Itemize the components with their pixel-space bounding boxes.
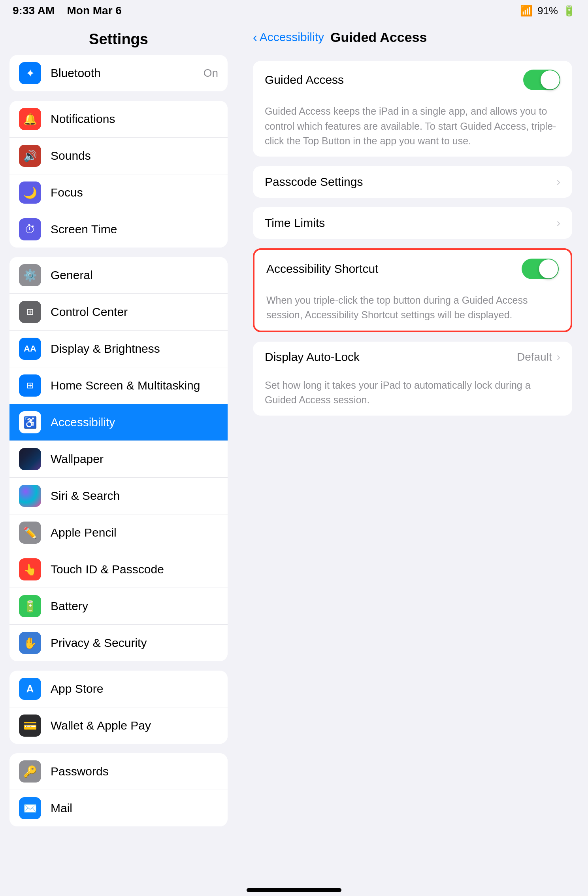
sidebar-item-apple-pencil[interactable]: ✏️ Apple Pencil bbox=[9, 514, 228, 551]
control-center-label: Control Center bbox=[51, 305, 218, 319]
nav-bar: ‹ Accessibility Guided Access bbox=[237, 21, 588, 53]
touch-id-label: Touch ID & Passcode bbox=[51, 563, 218, 576]
display-autolock-label: Display Auto-Lock bbox=[265, 350, 517, 364]
app-store-label: App Store bbox=[51, 682, 218, 696]
passwords-label: Passwords bbox=[51, 765, 218, 778]
sidebar-item-app-store[interactable]: A App Store bbox=[9, 671, 228, 707]
accessibility-shortcut-row[interactable]: Accessibility Shortcut bbox=[254, 250, 571, 288]
toggle-thumb bbox=[541, 70, 560, 89]
touch-id-icon: 👆 bbox=[19, 558, 41, 580]
main-layout: Settings ✦ Bluetooth On 🔔 Notifications … bbox=[0, 21, 588, 880]
accessibility-shortcut-description: When you triple-click the top button dur… bbox=[254, 288, 571, 331]
bluetooth-value: On bbox=[204, 67, 218, 79]
focus-label: Focus bbox=[51, 186, 218, 199]
sidebar-item-focus[interactable]: 🌙 Focus bbox=[9, 174, 228, 211]
accessibility-icon: ♿ bbox=[19, 411, 41, 433]
guided-access-group: Guided Access Guided Access keeps the iP… bbox=[253, 61, 572, 157]
display-autolock-value: Default bbox=[517, 351, 552, 363]
display-autolock-group: Display Auto-Lock Default › Set how long… bbox=[253, 342, 572, 416]
status-date: Mon Mar 6 bbox=[67, 4, 121, 17]
sidebar-title: Settings bbox=[0, 21, 237, 55]
passcode-settings-row[interactable]: Passcode Settings › bbox=[253, 166, 572, 198]
status-bar: 9:33 AM Mon Mar 6 📶 91% 🔋 bbox=[0, 0, 588, 21]
sidebar-item-screen-time[interactable]: ⏱ Screen Time bbox=[9, 211, 228, 248]
status-indicators: 📶 91% 🔋 bbox=[520, 5, 575, 17]
accessibility-shortcut-toggle[interactable] bbox=[522, 259, 559, 279]
guided-access-row[interactable]: Guided Access bbox=[253, 61, 572, 99]
sidebar-item-home-screen[interactable]: ⊞ Home Screen & Multitasking bbox=[9, 367, 228, 404]
chevron-right-icon-3: › bbox=[557, 351, 560, 363]
sidebar-item-display[interactable]: AA Display & Brightness bbox=[9, 331, 228, 367]
home-indicator bbox=[0, 880, 588, 896]
notifications-label: Notifications bbox=[51, 112, 218, 126]
sidebar-item-touch-id[interactable]: 👆 Touch ID & Passcode bbox=[9, 551, 228, 588]
wallet-label: Wallet & Apple Pay bbox=[51, 719, 218, 732]
display-autolock-description: Set how long it takes your iPad to autom… bbox=[253, 373, 572, 416]
display-autolock-row[interactable]: Display Auto-Lock Default › bbox=[253, 342, 572, 373]
sidebar: Settings ✦ Bluetooth On 🔔 Notifications … bbox=[0, 21, 237, 880]
general-group: ⚙️ General ⊞ Control Center AA Display &… bbox=[9, 257, 228, 661]
bluetooth-label: Bluetooth bbox=[51, 66, 204, 80]
sidebar-item-passwords[interactable]: 🔑 Passwords bbox=[9, 753, 228, 790]
mail-icon: ✉️ bbox=[19, 797, 41, 819]
sounds-label: Sounds bbox=[51, 149, 218, 163]
notifications-group: 🔔 Notifications 🔊 Sounds 🌙 Focus ⏱ Scree… bbox=[9, 101, 228, 248]
sidebar-item-wallet[interactable]: 💳 Wallet & Apple Pay bbox=[9, 707, 228, 744]
battery-icon: 🔋 bbox=[563, 5, 575, 17]
apple-pencil-icon: ✏️ bbox=[19, 522, 41, 544]
time-limits-group: Time Limits › bbox=[253, 207, 572, 239]
sidebar-item-wallpaper[interactable]: Wallpaper bbox=[9, 441, 228, 478]
sidebar-item-privacy[interactable]: ✋ Privacy & Security bbox=[9, 625, 228, 661]
guided-access-description: Guided Access keeps the iPad in a single… bbox=[253, 99, 572, 157]
bluetooth-icon: ✦ bbox=[19, 62, 41, 84]
sidebar-item-sounds[interactable]: 🔊 Sounds bbox=[9, 138, 228, 174]
sidebar-item-battery[interactable]: 🔋 Battery bbox=[9, 588, 228, 625]
wifi-icon: 📶 bbox=[520, 5, 533, 17]
sidebar-item-bluetooth[interactable]: ✦ Bluetooth On bbox=[9, 55, 228, 91]
privacy-icon: ✋ bbox=[19, 632, 41, 654]
chevron-right-icon-2: › bbox=[557, 217, 560, 229]
notifications-icon: 🔔 bbox=[19, 108, 41, 130]
general-label: General bbox=[51, 268, 218, 282]
sidebar-item-mail[interactable]: ✉️ Mail bbox=[9, 790, 228, 826]
wallpaper-label: Wallpaper bbox=[51, 452, 218, 466]
control-center-icon: ⊞ bbox=[19, 301, 41, 323]
sidebar-item-general[interactable]: ⚙️ General bbox=[9, 257, 228, 294]
guided-access-toggle[interactable] bbox=[523, 70, 560, 90]
accessibility-label: Accessibility bbox=[51, 416, 218, 429]
wallet-icon: 💳 bbox=[19, 715, 41, 737]
chevron-left-icon: ‹ bbox=[253, 30, 257, 45]
guided-access-label: Guided Access bbox=[265, 73, 523, 87]
passcode-settings-label: Passcode Settings bbox=[265, 175, 557, 189]
battery-label: Battery bbox=[51, 599, 218, 613]
bluetooth-group: ✦ Bluetooth On bbox=[9, 55, 228, 91]
nav-back-button[interactable]: ‹ Accessibility bbox=[253, 30, 324, 45]
screen-time-label: Screen Time bbox=[51, 223, 218, 236]
accessibility-shortcut-highlighted-group: Accessibility Shortcut When you triple-c… bbox=[253, 248, 572, 332]
home-screen-icon: ⊞ bbox=[19, 374, 41, 397]
sidebar-item-siri[interactable]: Siri & Search bbox=[9, 478, 228, 514]
page-title: Guided Access bbox=[330, 30, 427, 45]
sidebar-item-control-center[interactable]: ⊞ Control Center bbox=[9, 294, 228, 331]
toggle-thumb-2 bbox=[539, 259, 558, 278]
home-screen-label: Home Screen & Multitasking bbox=[51, 379, 218, 392]
app-store-icon: A bbox=[19, 678, 41, 700]
sidebar-item-accessibility[interactable]: ♿ Accessibility bbox=[9, 404, 228, 441]
focus-icon: 🌙 bbox=[19, 181, 41, 204]
nav-back-label: Accessibility bbox=[260, 30, 324, 44]
content-area: Guided Access Guided Access keeps the iP… bbox=[237, 53, 588, 433]
time-limits-label: Time Limits bbox=[265, 216, 557, 230]
chevron-right-icon: › bbox=[557, 176, 560, 188]
display-label: Display & Brightness bbox=[51, 342, 218, 355]
time-limits-row[interactable]: Time Limits › bbox=[253, 207, 572, 239]
mail-label: Mail bbox=[51, 801, 218, 815]
right-panel: ‹ Accessibility Guided Access Guided Acc… bbox=[237, 21, 588, 880]
sidebar-item-notifications[interactable]: 🔔 Notifications bbox=[9, 101, 228, 138]
siri-icon bbox=[19, 485, 41, 507]
apps-group2: 🔑 Passwords ✉️ Mail bbox=[9, 753, 228, 826]
siri-label: Siri & Search bbox=[51, 489, 218, 503]
home-bar bbox=[247, 888, 341, 892]
general-icon: ⚙️ bbox=[19, 264, 41, 286]
display-icon: AA bbox=[19, 338, 41, 360]
status-time: 9:33 AM bbox=[13, 4, 55, 17]
